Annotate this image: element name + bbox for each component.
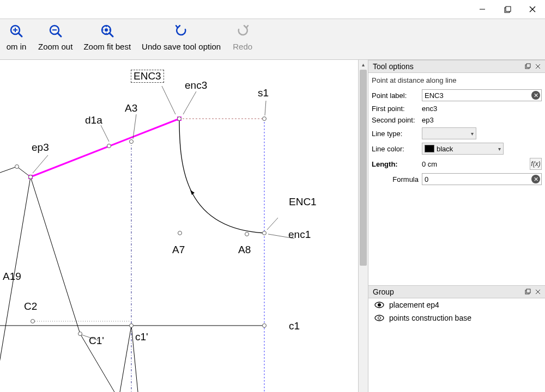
label-A8[interactable]: A8 (238, 244, 251, 256)
svg-line-34 (162, 86, 175, 114)
group-item[interactable]: points construction base (368, 311, 545, 324)
redo-button: Redo (226, 22, 259, 51)
svg-point-66 (375, 315, 384, 321)
maximize-icon (504, 6, 511, 13)
svg-rect-57 (526, 64, 530, 68)
zoom-fit-icon (100, 24, 114, 38)
maximize-button[interactable] (495, 0, 520, 19)
svg-point-46 (130, 140, 134, 144)
svg-point-48 (263, 117, 267, 121)
formula-input[interactable] (422, 173, 542, 185)
panel-close-icon[interactable] (533, 62, 543, 71)
svg-point-50 (245, 232, 249, 236)
label-C2[interactable]: C2 (24, 301, 37, 313)
svg-line-37 (267, 218, 278, 230)
label-s1[interactable]: s1 (258, 87, 269, 99)
group-item-label: placement ep4 (389, 301, 439, 309)
close-button[interactable] (520, 0, 545, 19)
svg-line-31 (31, 119, 179, 177)
group-item[interactable]: placement ep4 (368, 298, 545, 311)
svg-point-67 (378, 317, 381, 320)
length-value: 0 cm (422, 160, 528, 168)
point-label-input[interactable] (422, 89, 542, 101)
scroll-up-arrow-icon[interactable]: ▴ (359, 60, 368, 69)
drawing-canvas[interactable]: ENC3 enc3 s1 A3 d1a ep3 ENC1 enc1 A7 A8 … (0, 60, 359, 392)
label-d1a[interactable]: d1a (85, 114, 102, 126)
second-point-label: Second point: (372, 116, 422, 124)
second-point-value: ep3 (422, 116, 434, 124)
label-enc1[interactable]: enc1 (288, 229, 311, 241)
zoom-out-button[interactable]: Zoom out (33, 22, 78, 51)
first-point-label: First point: (372, 105, 422, 113)
redo-icon (235, 24, 250, 38)
svg-rect-2 (506, 7, 511, 11)
svg-line-13 (110, 33, 113, 36)
undo-label: Undo save tool option (142, 42, 221, 51)
panel-close-icon[interactable] (533, 287, 543, 296)
line-color-combo[interactable]: black ▾ (422, 143, 504, 155)
label-C1p[interactable]: C1' (89, 335, 104, 347)
zoom-in-label: om in (7, 42, 27, 51)
svg-line-30 (120, 326, 131, 392)
panel-float-icon[interactable] (523, 62, 533, 71)
svg-line-6 (19, 33, 22, 36)
panel-float-icon[interactable] (523, 287, 533, 296)
line-type-combo[interactable]: ▾ (422, 127, 476, 139)
canvas-scrollbar-vertical[interactable]: ▴ (359, 60, 368, 392)
label-ENC3[interactable]: ENC3 (131, 70, 164, 83)
svg-point-65 (378, 303, 381, 307)
svg-rect-61 (526, 289, 530, 293)
minimize-button[interactable] (470, 0, 495, 19)
zoom-out-label: Zoom out (38, 42, 72, 51)
label-c1p[interactable]: c1' (135, 331, 148, 343)
label-A19[interactable]: A19 (3, 271, 21, 283)
svg-line-35 (183, 91, 196, 114)
zoom-in-button[interactable]: om in (0, 22, 33, 51)
first-point-value: enc3 (422, 105, 437, 113)
clear-formula-icon[interactable]: ✕ (531, 175, 540, 183)
main-toolbar: om in Zoom out Zoom fit best (0, 19, 545, 60)
svg-point-52 (31, 320, 35, 323)
label-A3[interactable]: A3 (125, 102, 137, 114)
svg-point-55 (263, 324, 267, 328)
close-icon (529, 6, 536, 13)
group-panel-title: Group (373, 287, 523, 296)
color-swatch-icon (425, 145, 434, 152)
panel-spacer (368, 192, 545, 285)
svg-point-54 (130, 324, 134, 328)
zoom-fit-button[interactable]: Zoom fit best (78, 22, 136, 51)
undo-icon (174, 24, 189, 38)
minimize-icon (479, 6, 486, 13)
point-label-label: Point label: (372, 91, 422, 100)
scroll-thumb[interactable] (360, 70, 367, 266)
svg-line-36 (265, 101, 266, 115)
svg-line-23 (0, 167, 17, 182)
svg-point-14 (105, 28, 108, 32)
svg-line-40 (101, 125, 109, 142)
label-ENC1[interactable]: ENC1 (289, 196, 317, 208)
label-ep3[interactable]: ep3 (32, 142, 49, 154)
visibility-on-icon[interactable] (374, 315, 385, 321)
formula-label: Formula (372, 175, 422, 183)
line-color-value: black (437, 145, 453, 153)
zoom-fit-label: Zoom fit best (83, 42, 131, 51)
line-color-label: Line color: (372, 145, 422, 153)
svg-line-25 (0, 177, 31, 392)
svg-point-44 (29, 175, 33, 179)
zoom-in-icon (9, 24, 23, 38)
svg-point-53 (78, 332, 82, 336)
group-item-label: points construction base (389, 314, 471, 322)
drawing-svg (0, 60, 359, 392)
svg-point-45 (107, 144, 111, 148)
label-A7[interactable]: A7 (172, 244, 185, 256)
label-c1[interactable]: c1 (289, 320, 300, 332)
tool-options-header[interactable]: Tool options (368, 60, 545, 73)
visibility-on-icon[interactable] (374, 302, 385, 308)
undo-button[interactable]: Undo save tool option (136, 22, 226, 51)
fx-button[interactable]: f(x) (530, 158, 542, 170)
clear-point-label-icon[interactable]: ✕ (531, 91, 540, 100)
zoom-out-icon (49, 24, 63, 38)
svg-line-10 (58, 33, 61, 36)
group-panel-header[interactable]: Group (368, 285, 545, 298)
label-enc3[interactable]: enc3 (185, 79, 207, 91)
